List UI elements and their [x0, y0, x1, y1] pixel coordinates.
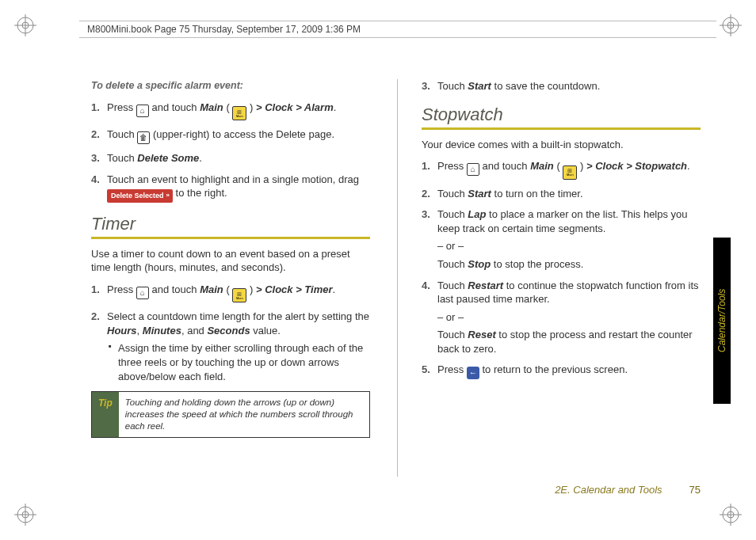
- crop-mark: [14, 504, 36, 526]
- step: 2. Touch Start to turn on the timer.: [422, 187, 701, 201]
- main-menu-icon: ⊞Main: [232, 106, 246, 120]
- step-text: (upper-right) to access the Delete page.: [150, 128, 334, 140]
- step-text: to return to the previous screen.: [479, 363, 628, 375]
- step-text: Touch: [107, 152, 137, 164]
- step-number: 1.: [422, 159, 430, 173]
- step-text: Press: [437, 363, 467, 375]
- paren: (: [223, 283, 233, 295]
- delete-selected-button-icon: Delete Selected»: [107, 189, 173, 202]
- step-text: Touch: [437, 80, 468, 92]
- step-number: 4.: [422, 279, 430, 293]
- reset-label: Reset: [468, 329, 495, 340]
- timer-steps: 1. Press ⌂ and touch Main ( ⊞Main ) > Cl…: [91, 283, 370, 383]
- step: 4. Touch Restart to continue the stopwat…: [422, 279, 701, 356]
- main-menu-icon: ⊞Main: [563, 165, 577, 180]
- step-text: Touch: [437, 188, 468, 200]
- main-label: Main: [200, 283, 223, 295]
- step-text: and touch: [149, 101, 200, 113]
- sub-bullet: Assign the time by either scrolling thro…: [107, 341, 370, 383]
- page-number: 75: [689, 484, 701, 496]
- step-text: Touch: [437, 258, 468, 270]
- step-text: Touch: [437, 329, 468, 340]
- right-column: 3. Touch Start to save the countdown. St…: [397, 79, 701, 477]
- step-text: .: [687, 160, 690, 172]
- step: 4. Touch an event to highlight and in a …: [91, 173, 370, 203]
- step: 3. Touch Delete Some.: [91, 151, 370, 165]
- step-text: to the right.: [173, 187, 227, 199]
- step-text: Press: [107, 283, 136, 295]
- timer-intro: Use a timer to count down to an event ba…: [91, 247, 370, 275]
- step: 5. Press ← to return to the previous scr…: [422, 363, 701, 379]
- step-text: Touch: [437, 280, 468, 291]
- restart-label: Restart: [468, 280, 503, 291]
- lap-label: Lap: [468, 208, 486, 220]
- term-minutes: Minutes: [143, 325, 181, 337]
- page-footer: 2E. Calendar and Tools 75: [91, 484, 701, 496]
- stopwatch-heading: Stopwatch: [422, 103, 701, 127]
- step-number: 5.: [422, 363, 430, 377]
- stopwatch-intro: Your device comes with a built-in stopwa…: [422, 138, 701, 152]
- step-number: 3.: [422, 207, 430, 222]
- paren: (: [554, 160, 563, 172]
- delete-page-icon: 🗑: [137, 131, 150, 144]
- paren: ): [577, 160, 586, 172]
- nav-path: > Clock > Timer: [256, 283, 333, 295]
- step: 2. Select a countdown time length for th…: [91, 310, 370, 383]
- or-separator: – or –: [437, 239, 701, 253]
- footer-section-name: 2E. Calendar and Tools: [555, 484, 662, 496]
- step: 1. Press ⌂ and touch Main ( ⊞Main ) > Cl…: [91, 101, 370, 121]
- crop-mark: [14, 14, 36, 36]
- step-number: 1.: [91, 101, 100, 115]
- step-text: .: [333, 283, 336, 295]
- step-text: Select a countdown time length for the a…: [107, 310, 369, 322]
- timer-heading: Timer: [91, 212, 370, 236]
- delete-some-label: Delete Some: [137, 152, 199, 164]
- back-icon: ←: [467, 367, 479, 379]
- step-text: .: [199, 152, 202, 164]
- tip-text: Touching and holding down the arrows (up…: [119, 392, 369, 437]
- paren: (: [223, 101, 233, 113]
- section-rule: [91, 237, 370, 239]
- step-text: Press: [107, 101, 136, 113]
- step-number: 1.: [91, 283, 100, 297]
- home-icon: ⌂: [136, 105, 149, 117]
- step-number: 2.: [422, 187, 430, 201]
- stopwatch-steps: 1. Press ⌂ and touch Main ( ⊞Main ) > Cl…: [422, 159, 701, 379]
- crop-mark: [720, 504, 742, 526]
- step-text: Touch: [107, 128, 137, 140]
- term-seconds: Seconds: [207, 325, 250, 337]
- step-number: 4.: [91, 173, 100, 187]
- step: 2. Touch 🗑 (upper-right) to access the D…: [91, 127, 370, 144]
- continuation-steps: 3. Touch Start to save the countdown.: [422, 79, 701, 93]
- step-text: Press: [437, 160, 467, 172]
- home-icon: ⌂: [136, 287, 149, 299]
- tip-box: Tip Touching and holding down the arrows…: [91, 391, 370, 438]
- step-text: and touch: [479, 160, 530, 172]
- left-column: To delete a specific alarm event: 1. Pre…: [91, 79, 370, 477]
- step-text: to save the countdown.: [491, 80, 600, 92]
- start-label: Start: [468, 188, 491, 200]
- step-number: 2.: [91, 127, 100, 142]
- paren: ): [246, 283, 256, 295]
- step-text: Touch: [437, 208, 468, 220]
- crop-mark: [720, 14, 742, 36]
- step: 1. Press ⌂ and touch Main ( ⊞Main ) > Cl…: [422, 159, 701, 180]
- main-menu-icon: ⊞Main: [232, 288, 246, 302]
- step-text: to turn on the timer.: [491, 188, 583, 200]
- step-text: value.: [250, 325, 281, 337]
- delete-alarm-steps: 1. Press ⌂ and touch Main ( ⊞Main ) > Cl…: [91, 101, 370, 203]
- or-separator: – or –: [437, 310, 701, 325]
- paren: ): [246, 101, 256, 113]
- step-text: to stop the process.: [491, 258, 583, 270]
- nav-path: > Clock > Stopwatch: [586, 160, 687, 172]
- step: 3. Touch Lap to place a marker on the li…: [422, 207, 701, 271]
- delete-alarm-heading: To delete a specific alarm event:: [91, 79, 370, 93]
- main-label: Main: [530, 160, 554, 172]
- step-number: 2.: [91, 310, 100, 324]
- step-text: Touch an event to highlight and in a sin…: [107, 173, 359, 185]
- term-hours: Hours: [107, 325, 137, 337]
- stop-label: Stop: [468, 258, 491, 270]
- page-content: To delete a specific alarm event: 1. Pre…: [91, 79, 701, 477]
- tip-label: Tip: [92, 392, 119, 437]
- step-number: 3.: [91, 151, 100, 165]
